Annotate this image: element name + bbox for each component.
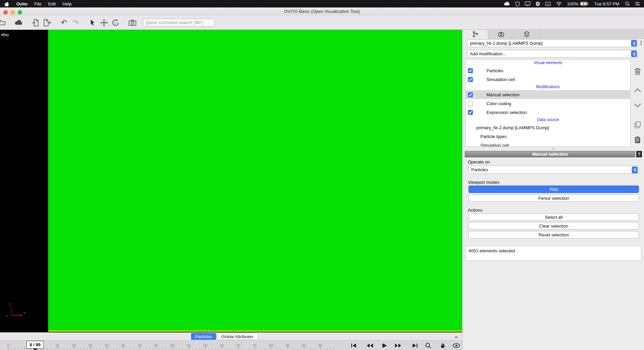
data-source-item-file[interactable]: primary_Ni-2.dump [LAMMPS Dump] [466,123,630,132]
undo-icon[interactable]: ↶ [58,17,70,28]
menu-edit[interactable]: Edit [45,1,59,6]
frame-marker[interactable] [33,349,37,350]
pick-mode-button[interactable]: Pick [469,186,639,193]
select-all-button[interactable]: Select all [469,213,639,221]
checkbox-checked-icon[interactable] [468,92,473,97]
import-file-icon[interactable] [30,17,41,28]
section-header-modifications: Modifications [466,84,630,90]
render-preview-eye-icon[interactable] [453,342,460,349]
window-title: OVITO Basic (Open Visualization Tool) [0,9,644,14]
ruler-label: 95 [318,344,322,348]
menu-clock[interactable]: Tue 8:57 PM [594,1,620,6]
operate-on-selector[interactable]: Particles [469,166,639,174]
pipeline-icon [472,31,479,38]
tab-global-attributes[interactable]: Global Attributes [217,333,258,340]
pipeline-source-selector[interactable]: primary_Ni-2.dump [LAMMPS Dump] [467,39,638,47]
menu-app-name[interactable]: Ovito [13,1,31,6]
operate-on-label: Operate on [468,159,490,164]
security-icon[interactable] [536,1,540,6]
ruler-label: 40 [138,344,142,348]
operate-on-value: Particles [471,167,488,172]
data-source-label: primary_Ni-2.dump [LAMMPS Dump] [476,125,549,130]
viewport-caption[interactable]: rtho [1,32,8,37]
select-mode-icon[interactable] [87,17,98,28]
control-center-icon[interactable] [635,2,640,6]
checkbox-checked-icon[interactable] [468,77,473,82]
ruler-label: 70 [236,344,240,348]
move-modifier-down-icon[interactable] [633,101,642,110]
modifier-title-bar[interactable]: Manual selection [465,151,635,157]
ruler-label: 80 [269,344,273,348]
animation-timeline[interactable]: 01520253035404550556065707580859095 8 / … [0,341,462,350]
ruler-label: 35 [121,344,125,348]
pipeline-item-particles[interactable]: Particles [466,66,630,75]
panel-splitter-handle[interactable] [552,148,555,149]
checkbox-unchecked-icon[interactable] [468,101,473,106]
current-frame-indicator[interactable]: 8 / 99 [26,341,44,349]
pipeline-item-expression-selection[interactable]: Expression selection [466,108,630,117]
checkbox-checked-icon[interactable] [468,110,473,115]
play-button[interactable] [381,342,388,349]
duplicate-modifier-icon[interactable] [633,120,642,130]
move-modifier-up-icon[interactable] [633,85,642,95]
section-header-data-source: Data source [466,117,630,123]
axis-x-label: x [23,311,25,315]
add-modification-selector[interactable]: Add modification... [467,50,638,58]
export-file-icon[interactable] [41,17,53,28]
cloud-import-icon[interactable] [13,17,24,28]
checkbox-checked-icon[interactable] [468,68,473,73]
ruler-label: 20 [72,344,76,348]
tab-particles[interactable]: Particles [191,333,216,340]
data-source-item-particle-types[interactable]: Particle types [466,132,630,141]
fast-forward-button[interactable] [394,342,402,349]
pipeline-item-simulation-cell[interactable]: Simulation cell [466,75,630,84]
tab-overlays[interactable] [514,30,540,39]
fast-rewind-button[interactable] [366,342,374,349]
viewport-modes-label: Viewport modes [468,180,499,185]
search-icon[interactable] [625,1,630,6]
pan-mode-icon[interactable] [98,17,110,28]
ruler-label: 25 [88,344,92,348]
help-button[interactable]: ? [636,151,642,157]
fence-selection-button[interactable]: Fence selection [469,194,639,202]
reset-selection-button[interactable]: Reset selection [469,231,639,238]
pipeline-item-color-coding[interactable]: Color coding [466,99,630,108]
selector-stepper-icon[interactable] [632,167,638,173]
clear-selection-button[interactable]: Clear selection [469,222,639,230]
pipeline-item-manual-selection[interactable]: Manual selection [466,90,630,99]
tab-render[interactable] [488,30,514,39]
menu-file[interactable]: File [31,1,45,6]
open-file-icon[interactable] [0,17,7,28]
ruler-label: 65 [220,344,224,348]
quick-command-search-input[interactable] [143,19,215,26]
data-source-label: Simulation cell [480,143,509,147]
wifi-icon[interactable] [556,2,562,6]
data-source-item-simulation-cell[interactable]: Simulation cell [466,141,630,147]
delete-modifier-icon[interactable] [633,66,642,76]
display-icon[interactable] [525,1,531,6]
tab-pipeline[interactable] [462,30,488,39]
timeline-zoom-icon[interactable] [424,342,432,349]
redo-icon[interactable]: ↷ [70,17,81,28]
viewport[interactable]: rtho z x y [0,30,462,332]
render-camera-icon [498,31,504,37]
ruler-label: 75 [252,344,256,348]
keyboard-icon[interactable] [545,2,551,6]
ruler-label: 30 [105,344,109,348]
axis-z-label: z [9,302,11,306]
render-snapshot-icon[interactable] [127,17,138,28]
shield-icon[interactable] [515,1,520,6]
expand-inspector-button[interactable] [454,334,459,340]
rotate-mode-icon[interactable] [110,17,121,28]
simulation-cell-render[interactable] [48,30,462,332]
timeline-pan-icon[interactable] [439,342,446,349]
pipeline-item-label: Color coding [486,101,511,106]
menu-help[interactable]: Help [59,1,75,6]
apple-icon[interactable] [5,1,9,6]
battery-status[interactable]: 100% [567,1,588,6]
cloud-icon[interactable] [503,1,510,6]
axis-tripod: z x y [5,302,26,323]
clipboard-icon[interactable] [633,135,642,144]
skip-to-end-button[interactable] [411,342,419,349]
skip-to-start-button[interactable] [350,342,357,349]
